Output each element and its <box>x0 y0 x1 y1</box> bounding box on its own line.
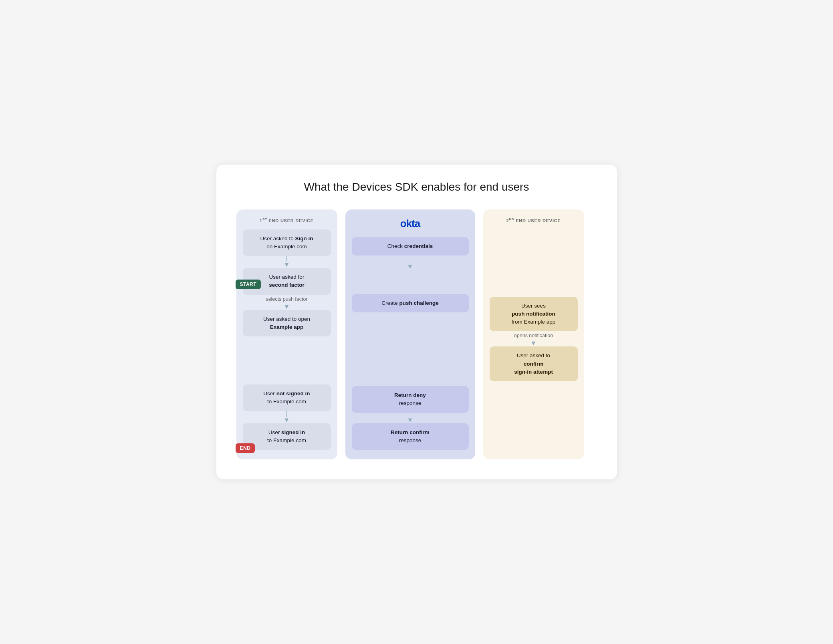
node-not-signed-in: User not signed into Example.com <box>243 384 331 411</box>
end-badge: END <box>236 443 255 453</box>
node-confirm-signin: User asked toconfirmsign-in attempt <box>490 346 578 381</box>
node-open-app: User asked to openExample app <box>243 310 331 337</box>
node-create-push: Create push challenge <box>352 294 469 312</box>
node-return-deny: Return denyresponse <box>352 386 469 413</box>
start-badge: START <box>236 280 261 289</box>
arrow-down-3: ▼ <box>284 417 290 423</box>
col-device1-title: 1ST END USER DEVICE <box>260 217 314 223</box>
node-push-notification: User seespush notificationfrom Example a… <box>490 297 578 332</box>
page-title: What the Devices SDK enables for end use… <box>236 181 597 193</box>
okta-logo: okta <box>400 217 420 230</box>
arrow-down-6: ▼ <box>530 340 537 346</box>
arrow-down-1: ▼ <box>284 262 290 268</box>
node-check-creds: Check credentials <box>352 237 469 256</box>
node-signed-in: User signed into Example.com <box>243 423 331 450</box>
col-device1: 1ST END USER DEVICE User asked to Sign i… <box>236 209 337 459</box>
arrow-down-2: ▼ <box>284 304 290 310</box>
node-sign-in: User asked to Sign inon Example.com <box>243 229 331 256</box>
arrow-down-4: ▼ <box>407 264 413 270</box>
col-device2-title: 2ND END USER DEVICE <box>506 217 561 223</box>
col-device2: 2ND END USER DEVICE User seespush notifi… <box>483 209 584 459</box>
label-selects-push: selects push factor <box>266 296 307 302</box>
arrow-down-5: ▼ <box>407 417 413 423</box>
label-opens-notification: opens notification <box>514 333 553 338</box>
page-container: What the Devices SDK enables for end use… <box>216 165 617 479</box>
col-okta: okta Check credentials ▼ Create push cha… <box>345 209 475 459</box>
node-return-confirm: Return confirmresponse <box>352 423 469 450</box>
